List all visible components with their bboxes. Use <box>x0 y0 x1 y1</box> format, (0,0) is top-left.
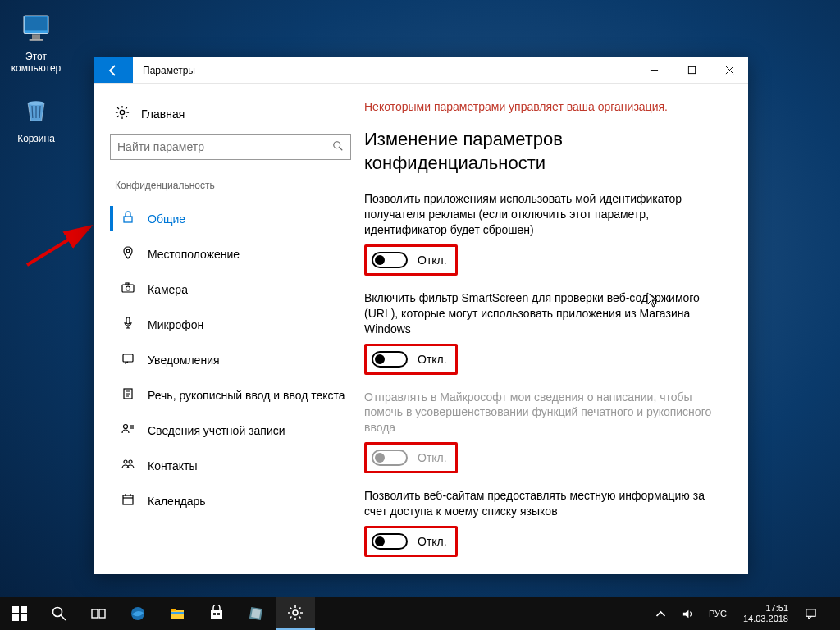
toggle-switch[interactable] <box>372 533 408 550</box>
camera-icon <box>121 281 135 297</box>
sidebar-item-label: Микрофон <box>148 318 203 331</box>
tray-time: 17:51 <box>743 603 788 614</box>
notifications-icon <box>121 352 135 368</box>
svg-rect-49 <box>806 609 815 615</box>
tray-volume-icon[interactable] <box>678 608 697 620</box>
tray-chevron-up-icon[interactable] <box>651 608 670 620</box>
taskbar-app-unknown[interactable] <box>236 597 276 630</box>
home-link[interactable]: Главная <box>110 100 364 134</box>
tray-action-center-icon[interactable] <box>801 608 820 620</box>
sidebar-item-label: Уведомления <box>148 354 220 367</box>
desktop-icon-this-pc[interactable]: Этот компьютер <box>5 8 67 74</box>
svg-rect-43 <box>211 610 222 619</box>
sidebar-item-label: Общие <box>148 212 185 226</box>
sidebar-item-notifications[interactable]: Уведомления <box>110 342 364 377</box>
titlebar: Параметры <box>94 57 748 84</box>
back-button[interactable] <box>94 57 133 83</box>
gear-icon <box>115 105 130 122</box>
svg-point-35 <box>53 608 62 617</box>
svg-rect-31 <box>12 606 19 613</box>
svg-point-26 <box>129 460 132 463</box>
toggle-switch[interactable] <box>372 252 408 268</box>
svg-rect-42 <box>171 612 184 614</box>
svg-point-12 <box>126 249 130 253</box>
home-label: Главная <box>141 107 185 121</box>
desktop-icon-recycle-bin[interactable]: Корзина <box>5 90 67 144</box>
taskbar-app-store[interactable] <box>197 597 236 630</box>
microphone-icon <box>121 317 135 332</box>
svg-line-36 <box>61 615 66 620</box>
sidebar-item-calendar[interactable]: Календарь <box>110 483 364 518</box>
sidebar-group-label: Конфиденциальность <box>110 180 364 191</box>
desktop: Этот компьютер Корзина Параметры Главная <box>0 0 840 630</box>
toggle-smartscreen[interactable]: Откл. <box>364 344 458 375</box>
sidebar-item-account-info[interactable]: Сведения учетной записи <box>110 413 364 448</box>
search-input[interactable] <box>117 140 332 153</box>
settings-window: Параметры Главная Конфиденциальность <box>94 57 748 574</box>
svg-rect-40 <box>171 610 184 619</box>
sidebar-item-label: Сведения учетной записи <box>148 424 285 437</box>
window-body: Главная Конфиденциальность Общие Местопо… <box>94 84 748 574</box>
toggle-advertising-id[interactable]: Откл. <box>364 244 458 276</box>
svg-point-14 <box>126 286 130 290</box>
taskbar-app-settings[interactable] <box>276 597 315 630</box>
toggle-language-list[interactable]: Откл. <box>364 526 458 557</box>
svg-rect-11 <box>124 217 132 222</box>
svg-line-10 <box>340 147 343 150</box>
toggle-state-label: Откл. <box>418 353 447 366</box>
sidebar-item-label: Календарь <box>148 495 206 508</box>
sidebar-item-contacts[interactable]: Контакты <box>110 448 364 483</box>
taskbar: РУС 17:51 14.03.2018 <box>0 597 840 630</box>
sidebar-nav: Общие Местоположение Камера Микрофон <box>110 201 364 518</box>
desktop-icon-label: Корзина <box>5 133 67 144</box>
svg-rect-16 <box>126 317 130 324</box>
minimize-button[interactable] <box>635 57 673 83</box>
sidebar-item-microphone[interactable]: Микрофон <box>110 307 364 342</box>
sidebar-item-label: Местоположение <box>148 248 240 261</box>
search-button[interactable] <box>39 597 79 630</box>
svg-point-25 <box>124 460 127 463</box>
svg-rect-3 <box>30 39 43 41</box>
show-desktop-button[interactable] <box>829 597 833 630</box>
lock-icon <box>121 211 135 226</box>
tray-date: 14.03.2018 <box>743 614 788 624</box>
org-managed-message: Некоторыми параметрами управляет ваша ор… <box>364 100 728 113</box>
svg-point-9 <box>334 141 340 148</box>
account-icon <box>121 422 135 438</box>
contacts-icon <box>121 458 135 473</box>
maximize-button[interactable] <box>673 57 710 83</box>
taskbar-app-explorer[interactable] <box>158 597 197 630</box>
taskbar-app-edge[interactable] <box>118 597 158 630</box>
toggle-state-label: Откл. <box>418 535 447 548</box>
search-input-wrap[interactable] <box>110 134 351 160</box>
tray-clock[interactable]: 17:51 14.03.2018 <box>738 603 793 623</box>
svg-point-4 <box>28 101 44 105</box>
svg-rect-44 <box>213 613 216 615</box>
calendar-icon <box>121 493 135 509</box>
location-icon <box>121 246 135 262</box>
toggle-switch[interactable] <box>372 351 408 368</box>
svg-point-48 <box>293 610 298 615</box>
close-button[interactable] <box>710 57 748 83</box>
task-view-button[interactable] <box>79 597 118 630</box>
sidebar-item-speech-inking[interactable]: Речь, рукописный ввод и ввод текста <box>110 377 364 413</box>
setting-desc: Включить фильтр SmartScreen для проверки… <box>364 290 728 337</box>
svg-rect-34 <box>21 614 27 621</box>
content-pane: Некоторыми параметрами управляет ваша ор… <box>364 84 748 574</box>
setting-desc: Позволить веб-сайтам предоставлять местн… <box>364 488 728 519</box>
sidebar-item-location[interactable]: Местоположение <box>110 236 364 272</box>
start-button[interactable] <box>0 597 39 630</box>
clipboard-icon <box>121 387 135 403</box>
bin-icon <box>16 90 56 130</box>
svg-rect-41 <box>171 609 176 611</box>
tray-language[interactable]: РУС <box>705 609 730 619</box>
svg-rect-13 <box>122 285 134 292</box>
setting-desc: Позволить приложениям использовать мой и… <box>364 191 728 238</box>
sidebar-item-label: Камера <box>148 283 188 296</box>
svg-point-22 <box>124 425 128 429</box>
sidebar-item-general[interactable]: Общие <box>110 201 364 236</box>
annotation-arrow <box>23 220 97 269</box>
svg-rect-7 <box>688 66 695 73</box>
sidebar-item-camera[interactable]: Камера <box>110 272 364 307</box>
svg-rect-37 <box>92 609 98 618</box>
